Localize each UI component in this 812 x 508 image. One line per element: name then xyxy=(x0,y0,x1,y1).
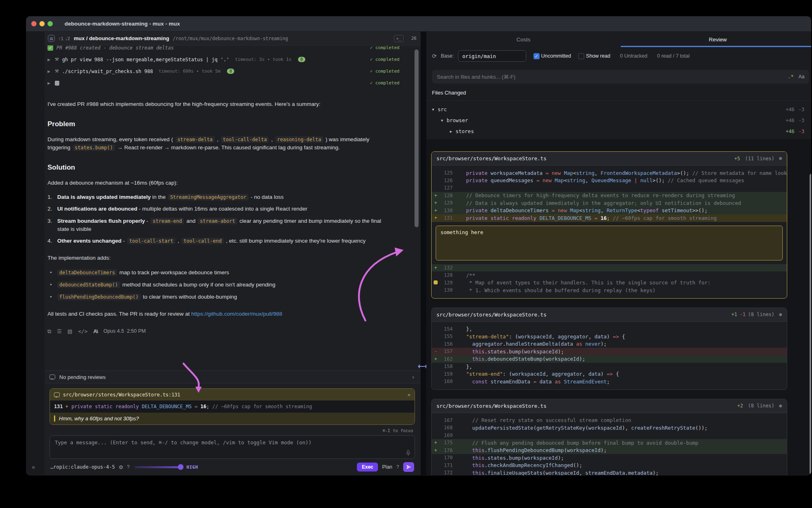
implementation-item: •debouncedStateBump() method that schedu… xyxy=(48,281,393,289)
diff-line[interactable]: 170 this.states.bump(workspaceId); xyxy=(432,454,787,462)
expand-sidebar-button[interactable]: » xyxy=(32,463,35,470)
diff-card-header[interactable]: src/browser/stores/WorkspaceStore.ts+5(1… xyxy=(432,152,787,166)
pr-link[interactable]: https://github.com/coder/mux/pull/988 xyxy=(191,311,282,317)
microphone-icon[interactable] xyxy=(406,450,410,456)
close-window-button[interactable] xyxy=(31,21,37,26)
diff-line[interactable]: 167 // Reset retry state on successful s… xyxy=(432,417,787,424)
tree-row-src[interactable]: ▼src+46-3 xyxy=(426,104,811,115)
diff-line[interactable]: -157 this.states.bump(workspaceId); xyxy=(432,348,787,355)
diff-line[interactable]: +132 xyxy=(432,264,787,272)
exec-mode-button[interactable]: Exec xyxy=(357,463,378,471)
read-total-count: 0 read / 7 total xyxy=(657,53,690,59)
diff-line[interactable]: 156 aggregator.handleStreamDelta(data as… xyxy=(432,340,787,348)
task-row[interactable]: ✓PR #988 created - debounce stream delta… xyxy=(48,45,400,54)
diff-line[interactable]: 172 this.finalizeUsageStats(workspaceId,… xyxy=(432,469,787,476)
attached-comment-quote: Hmm, why a 60fps and not 30fps? xyxy=(50,413,415,424)
diff-line[interactable]: +176 this.flushPendingDebouncedBump(work… xyxy=(432,447,787,454)
task-status: ✓ completed xyxy=(370,45,400,50)
chat-scrollbar[interactable] xyxy=(415,50,419,227)
comment-marker-icon[interactable] xyxy=(434,280,438,284)
diff-line[interactable]: 129 * Map of event types to their handle… xyxy=(432,279,787,287)
task-row[interactable]: ▶✓ completed xyxy=(48,77,400,89)
diff-line[interactable]: 126 private queuedMessages = new Map<str… xyxy=(432,177,787,185)
slider-knob[interactable] xyxy=(178,464,184,470)
expand-icon[interactable]: ▶ xyxy=(48,69,52,73)
diff-line[interactable]: +162 this.debouncedStateBump(workspaceId… xyxy=(432,355,787,363)
case-toggle[interactable]: Aa xyxy=(799,74,805,80)
diff-line[interactable]: 128 /** xyxy=(432,271,787,279)
inline-comment-editor[interactable]: something here xyxy=(436,226,783,260)
minimize-window-button[interactable] xyxy=(39,21,45,26)
diff-line[interactable]: 127 xyxy=(432,184,787,192)
diff-card-header[interactable]: src/browser/stores/WorkspaceStore.ts+1-1… xyxy=(432,308,787,322)
refresh-icon[interactable]: ⟳ xyxy=(432,53,437,59)
close-icon[interactable]: ✕ xyxy=(408,392,410,398)
diff-line[interactable]: +129 // Data is always updated immediate… xyxy=(432,199,787,207)
workspace-path: /root/mux/mux/debounce-markdown-streamin… xyxy=(173,36,288,41)
checkbox-icon[interactable] xyxy=(578,53,584,59)
diff-line[interactable]: 158 }, xyxy=(432,363,787,370)
diff-file-path: src/browser/stores/WorkspaceStore.ts xyxy=(436,155,546,161)
diff-line[interactable]: 125 private workspaceMetadata = new Map<… xyxy=(432,169,787,177)
review-scrollbar[interactable] xyxy=(810,174,811,475)
attached-comment-header[interactable]: src/browser/stores/WorkspaceStore.ts:131… xyxy=(50,389,415,400)
task-status: ✓ completed xyxy=(370,80,400,86)
regex-toggle[interactable]: .* xyxy=(788,74,793,80)
problem-paragraph: During markdown streaming, every token r… xyxy=(48,136,389,152)
terminal-button[interactable]: >_ xyxy=(394,35,404,42)
search-input[interactable]: Search in files and hunks... (⌘-F) .* Aa xyxy=(432,70,809,84)
diff-line[interactable]: +175 // Flush any pending debounced bump… xyxy=(432,439,787,447)
gear-icon[interactable]: ⚙ xyxy=(119,464,123,470)
diff-card-header[interactable]: src/browser/stores/WorkspaceStore.ts+2(8… xyxy=(432,399,787,413)
pending-reviews-bar[interactable]: No pending reviews › xyxy=(45,370,421,383)
diff-line[interactable]: 130 * 1. Which events should be buffered… xyxy=(432,286,787,294)
chevron-right-icon[interactable]: › xyxy=(412,374,414,380)
document-icon[interactable]: ▤ xyxy=(67,327,72,336)
panel-divider[interactable] xyxy=(421,32,426,475)
diff-line[interactable]: +131 private static readonly DELTA_DEBOU… xyxy=(432,214,787,222)
tab-review[interactable]: Review xyxy=(621,32,811,47)
inline-code: flushPendingDebouncedBump() xyxy=(57,294,140,300)
diff-line[interactable]: 154 }, xyxy=(432,325,787,333)
task-row[interactable]: ▶⚒./scripts/wait_pr_checks.sh 988timeout… xyxy=(48,65,400,77)
unread-dot-icon xyxy=(779,157,782,160)
tree-row-stores[interactable]: ▶stores+46-3 xyxy=(426,126,811,137)
model-selector[interactable]: …ropic:claude-opus-4-5 xyxy=(50,464,115,470)
task-row[interactable]: ▶⚒gh pr view 988 --json mergeable,mergeS… xyxy=(48,54,400,65)
base-branch-input[interactable]: origin/main xyxy=(458,50,526,62)
additions-count: +46 xyxy=(786,129,795,134)
tree-arrow-icon[interactable]: ▶ xyxy=(450,129,456,133)
send-button[interactable] xyxy=(403,462,414,472)
adds-intro: The implementation adds: xyxy=(48,254,389,262)
diff-line[interactable]: 160 const streamEndData = data as Stream… xyxy=(432,378,787,385)
diff-line[interactable]: +128 // Debounce timers for high-frequen… xyxy=(432,192,787,200)
diff-line[interactable]: +130 private deltaDebounceTimers = new M… xyxy=(432,207,787,215)
uncommitted-checkbox[interactable]: ✓Uncommitted xyxy=(530,53,571,59)
tree-row-browser[interactable]: ▼browser+46-3 xyxy=(426,115,811,126)
diff-line[interactable]: 171 this.checkAndBumpRecencyIfChanged(); xyxy=(432,462,787,469)
project-breadcrumb[interactable]: mux / debounce-markdown-streaming xyxy=(74,35,169,41)
copy-icon[interactable]: ⧉ xyxy=(48,327,51,336)
diff-line[interactable]: 169 xyxy=(432,432,787,439)
inline-code: tool-call-end xyxy=(181,238,224,244)
plan-mode-button[interactable]: Plan xyxy=(382,464,392,470)
diff-icon[interactable]: ☰ xyxy=(57,327,62,336)
thinking-level-slider[interactable] xyxy=(135,466,183,468)
diff-line[interactable]: 155 "stream-delta": (workspaceId, aggreg… xyxy=(432,333,787,340)
zoom-window-button[interactable] xyxy=(48,21,53,26)
message-input[interactable]: Type a message... (Enter to send, ⌘-/ to… xyxy=(50,435,415,459)
tab-costs[interactable]: Costs xyxy=(426,32,621,47)
show-read-checkbox[interactable]: Show read xyxy=(575,53,610,59)
diff-line[interactable]: 168 updatePersistedState(getRetryStateKe… xyxy=(432,424,787,432)
code-icon[interactable]: </> xyxy=(78,327,87,336)
commit-ahead-behind: ↑1 ↓2 xyxy=(58,36,70,41)
diff-line[interactable]: 159 "stream-end": (workspaceId, aggregat… xyxy=(432,370,787,378)
task-command: PR #988 created - debounce stream deltas xyxy=(56,45,174,51)
tree-arrow-icon[interactable]: ▼ xyxy=(441,118,447,123)
expand-icon[interactable]: ▶ xyxy=(48,81,52,85)
checkbox-icon[interactable]: ✓ xyxy=(533,53,540,59)
expand-icon[interactable]: ▶ xyxy=(48,58,52,62)
tree-arrow-icon[interactable]: ▼ xyxy=(432,108,438,112)
inline-code: tool-call-delta xyxy=(221,136,269,143)
tool-icon: ⚒ xyxy=(55,57,59,62)
